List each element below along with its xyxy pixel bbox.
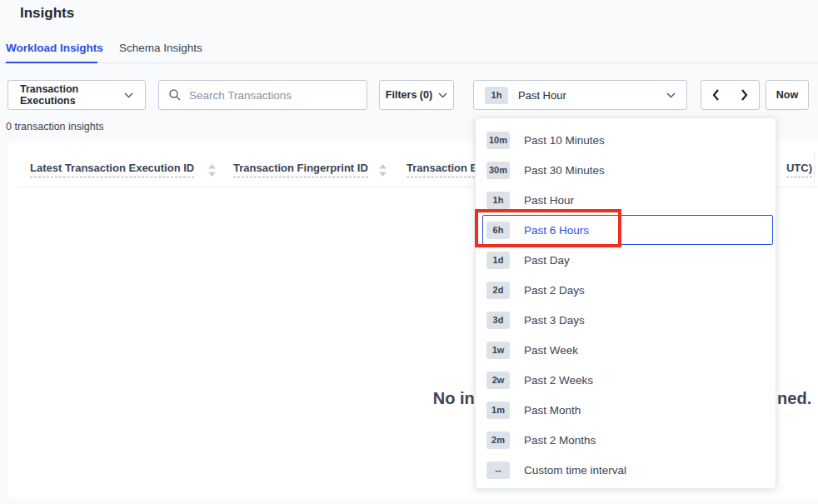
- filters-button[interactable]: Filters (0): [379, 80, 454, 110]
- time-option-badge: 3d: [486, 312, 510, 329]
- time-option-past-2-months[interactable]: 2m Past 2 Months: [476, 425, 776, 455]
- tab-schema-insights[interactable]: Schema Insights: [119, 42, 202, 54]
- active-tab-underline: [6, 62, 97, 63]
- time-option-label: Past 2 Days: [524, 284, 585, 297]
- chevron-down-icon: [666, 89, 676, 101]
- time-range-label: Past Hour: [518, 89, 566, 102]
- time-option-past-week[interactable]: 1w Past Week: [476, 335, 776, 365]
- arrow-left-icon: [711, 88, 720, 102]
- column-header-start-time-utc[interactable]: UTC): [786, 162, 812, 177]
- results-count: 0 transaction insights: [6, 121, 103, 132]
- sort-icon[interactable]: [379, 164, 387, 177]
- time-option-past-2-days[interactable]: 2d Past 2 Days: [476, 275, 776, 305]
- time-option-badge: 2w: [486, 372, 510, 389]
- page-title: Insights: [20, 5, 74, 22]
- time-option-past-day[interactable]: 1d Past Day: [476, 245, 776, 275]
- column-header-transaction-execution[interactable]: Transaction Ex: [407, 162, 483, 177]
- search-box[interactable]: [158, 80, 367, 110]
- time-option-past-month[interactable]: 1m Past Month: [476, 395, 776, 425]
- time-option-label: Past Hour: [524, 194, 574, 207]
- time-option-label: Past 2 Weeks: [524, 374, 593, 387]
- insight-type-select[interactable]: Transaction Executions: [7, 80, 146, 110]
- time-option-past-hour[interactable]: 1h Past Hour: [476, 185, 776, 215]
- time-option-past-30-minutes[interactable]: 30m Past 30 Minutes: [476, 155, 776, 185]
- time-option-label: Past Month: [524, 404, 581, 417]
- insight-type-select-label: Transaction Executions: [20, 83, 124, 107]
- time-option-past-6-hours[interactable]: 6h Past 6 Hours: [482, 215, 773, 245]
- time-option-badge: 10m: [486, 132, 510, 149]
- time-range-picker[interactable]: 1h Past Hour: [473, 80, 687, 110]
- column-divider: [814, 152, 815, 187]
- now-button[interactable]: Now: [766, 80, 809, 110]
- time-range-next-button[interactable]: [730, 80, 760, 110]
- time-option-label: Custom time interval: [524, 464, 626, 477]
- time-option-past-10-minutes[interactable]: 10m Past 10 Minutes: [476, 125, 776, 155]
- tab-workload-insights[interactable]: Workload Insights: [6, 42, 103, 54]
- time-option-label: Past 3 Days: [524, 314, 585, 327]
- chevron-down-icon: [438, 89, 447, 101]
- time-option-past-3-days[interactable]: 3d Past 3 Days: [476, 305, 776, 335]
- sort-icon[interactable]: [208, 164, 216, 177]
- time-option-badge: 30m: [486, 162, 510, 179]
- now-button-label: Now: [776, 89, 798, 101]
- time-range-dropdown: 10m Past 10 Minutes 30m Past 30 Minutes …: [475, 117, 776, 489]
- time-option-custom-interval[interactable]: -- Custom time interval: [476, 455, 776, 485]
- insights-page: Insights Workload Insights Schema Insigh…: [0, 0, 818, 504]
- time-option-label: Past 6 Hours: [524, 224, 589, 237]
- time-option-label: Past 2 Months: [524, 434, 596, 447]
- time-range-prev-button[interactable]: [701, 80, 731, 110]
- time-option-badge: 1m: [486, 402, 510, 419]
- arrow-right-icon: [741, 88, 749, 102]
- search-input[interactable]: [187, 88, 357, 102]
- column-header-latest-transaction-execution-id[interactable]: Latest Transaction Execution ID: [30, 162, 194, 177]
- search-icon: [169, 89, 181, 101]
- time-option-badge: 1w: [486, 342, 510, 359]
- time-option-badge: 2d: [486, 282, 510, 299]
- time-option-past-2-weeks[interactable]: 2w Past 2 Weeks: [476, 365, 776, 395]
- time-option-badge: 2m: [486, 432, 510, 449]
- filters-button-label: Filters (0): [386, 89, 432, 101]
- time-range-badge: 1h: [485, 87, 508, 104]
- time-option-label: Past 10 Minutes: [524, 134, 605, 147]
- time-option-label: Past 30 Minutes: [524, 164, 605, 177]
- time-option-label: Past Day: [524, 254, 570, 267]
- time-option-label: Past Week: [524, 344, 578, 357]
- chevron-down-icon: [124, 89, 133, 101]
- time-option-badge: 1d: [486, 252, 510, 269]
- time-option-badge: 1h: [486, 192, 510, 209]
- tab-bar: Workload Insights Schema Insights: [0, 36, 818, 63]
- time-option-badge: 6h: [486, 222, 510, 239]
- time-option-badge: --: [486, 462, 510, 479]
- column-header-transaction-fingerprint-id[interactable]: Transaction Fingerprint ID: [233, 162, 368, 177]
